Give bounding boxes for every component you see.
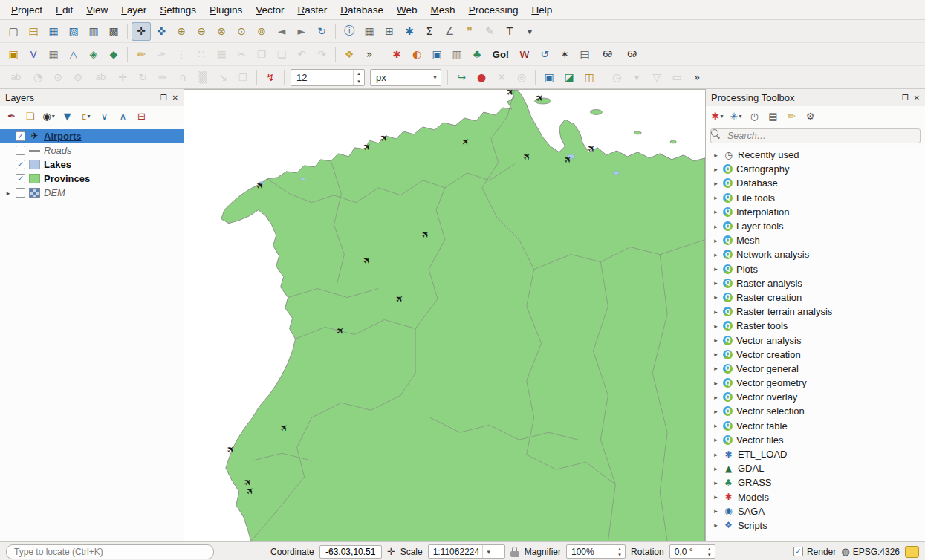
lock-scale-icon[interactable] bbox=[510, 547, 519, 557]
menu-mesh[interactable]: Mesh bbox=[424, 1, 462, 19]
tree-expand-icon[interactable]: ▸ bbox=[713, 223, 719, 230]
digitizing-dropdown[interactable]: ⋮ bbox=[172, 45, 191, 64]
map-canvas[interactable]: ✈✈✈✈✈✈✈✈✈✈✈✈✈✈✈✈✈ bbox=[184, 89, 705, 541]
layer-diagram[interactable]: ◔ bbox=[28, 68, 48, 87]
tree-expand-icon[interactable]: ▸ bbox=[713, 351, 719, 358]
extra-dropdown[interactable]: ▭ bbox=[667, 68, 687, 87]
toolbox-group-vector-analysis[interactable]: ▸QVector analysis bbox=[706, 333, 925, 347]
toolbox-group-scripts[interactable]: ▸❖Scripts bbox=[706, 518, 925, 533]
tree-expand-icon[interactable]: ▸ bbox=[713, 322, 719, 330]
vertex-tool[interactable]: ∷ bbox=[192, 45, 211, 64]
tree-expand-icon[interactable]: ▸ bbox=[713, 166, 719, 173]
field-calculator[interactable]: ⊞ bbox=[380, 22, 399, 41]
data-source-manager[interactable]: ▣ bbox=[4, 45, 23, 64]
layer-item-dem[interactable]: ▸✓DEM bbox=[0, 186, 184, 200]
processing-models[interactable]: ✱ bbox=[387, 45, 406, 64]
toolbox-group-recently-used[interactable]: ▸◷Recently used bbox=[706, 148, 925, 162]
menu-processing[interactable]: Processing bbox=[462, 1, 525, 19]
raster-tool[interactable]: ▥ bbox=[447, 45, 467, 64]
statistical-summary[interactable]: Σ bbox=[420, 22, 439, 41]
menu-web[interactable]: Web bbox=[390, 1, 424, 19]
menu-project[interactable]: Project bbox=[4, 1, 49, 19]
refresh-map[interactable]: ↻ bbox=[312, 22, 331, 41]
tree-expand-icon[interactable]: ▸ bbox=[713, 521, 719, 529]
crs-status[interactable]: ◍ EPSG:4326 bbox=[841, 546, 900, 557]
reload-plugins[interactable]: ↺ bbox=[535, 45, 554, 64]
paste-features[interactable]: ❏ bbox=[272, 45, 291, 64]
osm-place-search[interactable]: W bbox=[515, 45, 534, 64]
zoom-next[interactable]: ► bbox=[292, 22, 311, 41]
save-layer-edits[interactable]: ✑ bbox=[152, 45, 171, 64]
new-geopackage-layer[interactable]: ◆ bbox=[104, 45, 123, 64]
menu-database[interactable]: Database bbox=[334, 1, 390, 19]
label-mask[interactable]: ▒ bbox=[193, 68, 212, 87]
menu-view[interactable]: View bbox=[79, 1, 114, 19]
binoculars-tool-2[interactable]: 6∂ bbox=[620, 45, 643, 64]
tree-expand-icon[interactable]: ▸ bbox=[713, 237, 719, 244]
layout-manager[interactable]: ▩ bbox=[104, 22, 123, 41]
zoom-full[interactable]: ⊛ bbox=[212, 22, 231, 41]
layers-close-button[interactable]: ✕ bbox=[172, 94, 178, 102]
move-label[interactable]: ✛ bbox=[113, 68, 132, 87]
toolbox-group-cartography[interactable]: ▸QCartography bbox=[706, 162, 925, 176]
toolbox-group-file-tools[interactable]: ▸QFile tools bbox=[706, 191, 925, 205]
new-annotation[interactable]: ✎ bbox=[480, 22, 499, 41]
change-label[interactable]: ✏ bbox=[153, 68, 172, 87]
tree-expand-icon[interactable]: ▸ bbox=[713, 493, 719, 501]
tree-expand-icon[interactable]: ▸ bbox=[713, 451, 719, 458]
options[interactable]: ⚙ bbox=[802, 108, 819, 125]
layer-labeling[interactable]: ab bbox=[4, 68, 27, 87]
add-vector-layer[interactable]: V bbox=[24, 45, 43, 64]
layer-item-provinces[interactable]: ✓Provinces bbox=[0, 172, 184, 186]
layer-visibility-checkbox[interactable]: ✓ bbox=[16, 188, 25, 198]
history[interactable]: ◷ bbox=[746, 108, 763, 125]
toggle-labels[interactable]: ab bbox=[88, 68, 112, 87]
redo[interactable]: ↷ bbox=[312, 45, 331, 64]
toolbox-group-raster-terrain-analysis[interactable]: ▸QRaster terrain analysis bbox=[706, 305, 925, 319]
tree-expand-icon[interactable]: ▸ bbox=[713, 265, 719, 273]
tree-expand-icon[interactable]: ▸ bbox=[713, 180, 719, 187]
toolbox-group-mesh[interactable]: ▸QMesh bbox=[706, 233, 925, 247]
tree-expand-icon[interactable]: ▸ bbox=[713, 365, 719, 372]
toolbox-group-vector-creation[interactable]: ▸QVector creation bbox=[706, 348, 925, 362]
toolbox-group-vector-general[interactable]: ▸QVector general bbox=[706, 362, 925, 376]
add-mesh-layer[interactable]: △ bbox=[64, 45, 83, 64]
font-size-spinbox-arrows[interactable]: ▴▾ bbox=[353, 70, 364, 85]
new-print-layout[interactable]: ▥ bbox=[84, 22, 103, 41]
debug-plugin[interactable]: ✶ bbox=[555, 45, 574, 64]
layer-visibility-checkbox[interactable]: ✓ bbox=[16, 131, 25, 141]
menu-raster[interactable]: Raster bbox=[291, 1, 334, 19]
toolbar-overflow[interactable]: » bbox=[360, 45, 379, 64]
layer-item-airports[interactable]: ✓✈Airports bbox=[0, 129, 184, 143]
toolbox-group-raster-creation[interactable]: ▸QRaster creation bbox=[706, 290, 925, 305]
toolbox-group-vector-tiles[interactable]: ▸QVector tiles bbox=[706, 433, 925, 447]
toolbox-group-raster-analysis[interactable]: ▸QRaster analysis bbox=[706, 276, 925, 290]
tree-expand-icon[interactable]: ▸ bbox=[713, 251, 719, 258]
extents-toggle-icon[interactable]: ✛ bbox=[387, 546, 395, 557]
binoculars-tool-1[interactable]: 6∂ bbox=[595, 45, 619, 64]
layer-visibility-checkbox[interactable]: ✓ bbox=[16, 146, 25, 155]
layer-visibility-checkbox[interactable]: ✓ bbox=[16, 174, 25, 183]
magnifier-spin-arrows[interactable]: ▴▾ bbox=[614, 545, 625, 558]
toolbox-float-button[interactable]: ❐ bbox=[902, 94, 909, 102]
save-project-as[interactable]: ▧ bbox=[64, 22, 83, 41]
layers-float-button[interactable]: ❐ bbox=[160, 94, 167, 102]
curved-label[interactable]: ∩ bbox=[173, 68, 192, 87]
coordinate-input[interactable] bbox=[319, 545, 382, 559]
pin-labels[interactable]: ⊙ bbox=[48, 68, 68, 87]
annotation-dropdown[interactable]: ▾ bbox=[520, 22, 539, 41]
tree-expand-icon[interactable]: ▸ bbox=[713, 208, 719, 215]
callout-tool[interactable]: ↘ bbox=[213, 68, 233, 87]
copy-format[interactable]: ❐ bbox=[233, 68, 253, 87]
toolbox-group-interpolation[interactable]: ▸QInterpolation bbox=[706, 205, 925, 219]
toolbox-close-button[interactable]: ✕ bbox=[914, 94, 920, 102]
add-group[interactable]: ❏ bbox=[22, 108, 39, 125]
toolbox-group-gdal[interactable]: ▸▲GDAL bbox=[706, 461, 925, 475]
tree-expand-icon[interactable]: ▸ bbox=[713, 465, 719, 472]
pan-map[interactable]: ✛ bbox=[132, 22, 151, 41]
font-unit-combo-arrow[interactable]: ▾ bbox=[429, 70, 441, 85]
filter-by-expression[interactable]: ε▾ bbox=[77, 108, 94, 125]
marker-tool[interactable]: ● bbox=[472, 68, 491, 87]
toolbox-group-etl-load[interactable]: ▸✱ETL_LOAD bbox=[706, 447, 925, 461]
tree-expand-icon[interactable]: ▸ bbox=[713, 308, 719, 316]
